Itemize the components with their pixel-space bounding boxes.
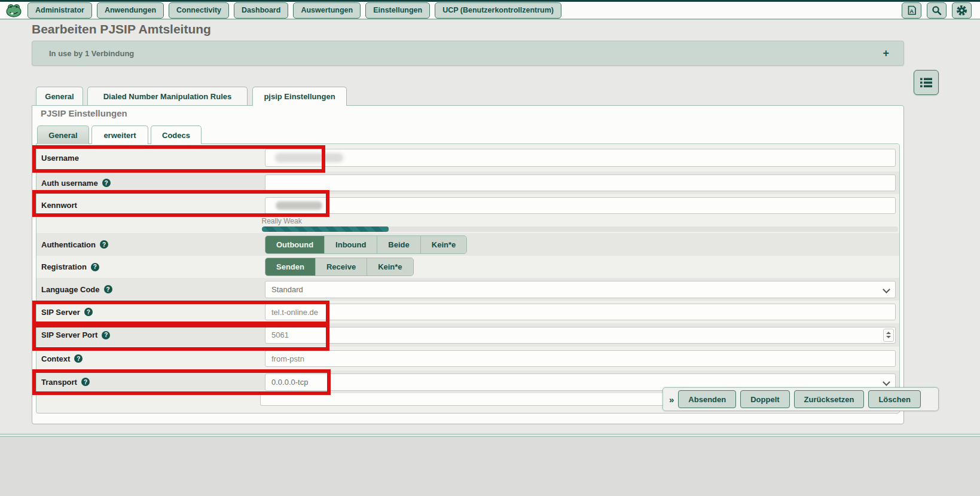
password-strength-fill xyxy=(262,226,389,232)
row-language-code: Language Code ? Standard xyxy=(36,278,899,301)
authentication-label: Authentication xyxy=(41,240,96,249)
menu-ucp[interactable]: UCP (Benutzerkontrollzentrum) xyxy=(435,2,561,19)
section-heading: PJSIP Einstellungen xyxy=(41,108,127,118)
row-password-strength: Really Weak xyxy=(36,216,899,233)
subtab-codecs[interactable]: Codecs xyxy=(151,125,202,144)
freepbx-frog-logo-icon[interactable] xyxy=(6,3,22,17)
auth-username-input[interactable] xyxy=(265,174,896,191)
authentication-option-inbound[interactable]: Inbound xyxy=(325,236,377,253)
navbar-right-icons: A xyxy=(902,2,972,19)
menu-anwendungen[interactable]: Anwendungen xyxy=(97,2,164,19)
kennwort-input[interactable] xyxy=(265,197,896,214)
menu-auswertungen[interactable]: Auswertungen xyxy=(293,2,361,19)
sip-server-label: SIP Server xyxy=(41,308,80,317)
username-redacted-value xyxy=(276,154,343,162)
auth-username-label: Auth username xyxy=(41,179,98,188)
expand-plus-icon[interactable]: + xyxy=(883,47,889,60)
search-button[interactable] xyxy=(927,2,947,19)
registration-option-keine[interactable]: Kein*e xyxy=(367,258,413,275)
tab-general[interactable]: General xyxy=(36,87,83,105)
password-strength-label: Really Weak xyxy=(262,217,898,225)
help-icon[interactable]: ? xyxy=(84,308,93,316)
number-spinner[interactable] xyxy=(883,329,894,342)
language-button[interactable]: A xyxy=(902,2,921,19)
menu-administrator[interactable]: Administrator xyxy=(28,2,92,19)
settings-button[interactable] xyxy=(952,2,972,19)
zuruecksetzen-button[interactable]: Zurücksetzen xyxy=(794,390,865,408)
username-input[interactable] xyxy=(265,149,896,167)
transport-value: 0.0.0.0-tcp xyxy=(271,378,308,387)
search-icon xyxy=(932,5,942,16)
page-title: Bearbeiten PJSIP Amtsleitung xyxy=(32,22,211,36)
registration-option-senden[interactable]: Senden xyxy=(265,258,316,275)
username-label: Username xyxy=(41,154,79,163)
help-icon[interactable]: ? xyxy=(102,331,110,339)
gear-icon xyxy=(956,5,967,16)
tab-pjsip-einstellungen[interactable]: pjsip Einstellungen xyxy=(252,87,347,106)
pjsip-settings-form: Username Auth username ? Kennwort xyxy=(36,143,900,414)
footer: freePBX FreePBX ist ein geschützter Mark… xyxy=(0,437,980,496)
context-label: Context xyxy=(41,354,70,363)
authentication-button-group: Outbound Inbound Beide Kein*e xyxy=(265,235,467,254)
action-bar: » Absenden Doppelt Zurücksetzen Löschen xyxy=(663,387,939,411)
registration-button-group: Senden Receive Kein*e xyxy=(265,258,414,276)
spinner-up-icon xyxy=(886,332,891,334)
help-icon[interactable]: ? xyxy=(102,179,111,187)
help-icon[interactable]: ? xyxy=(74,354,83,363)
context-input[interactable] xyxy=(265,350,896,367)
usage-banner-text: In use by 1 Verbindung xyxy=(49,49,134,58)
row-authentication: Authentication ? Outbound Inbound Beide … xyxy=(36,233,899,256)
row-sip-server: SIP Server ? xyxy=(36,301,899,323)
main-menu: Administrator Anwendungen Connectivity D… xyxy=(28,2,561,19)
row-kennwort: Kennwort xyxy=(36,194,899,216)
row-username: Username xyxy=(36,144,899,172)
menu-connectivity[interactable]: Connectivity xyxy=(169,2,229,19)
tab-dialed-number-manipulation-rules[interactable]: Dialed Number Manipulation Rules xyxy=(87,87,248,105)
subtab-erweitert[interactable]: erweitert xyxy=(91,125,148,144)
collapse-chevron-icon[interactable]: » xyxy=(669,394,674,405)
menu-dashboard[interactable]: Dashboard xyxy=(234,2,288,19)
row-context: Context ? xyxy=(36,347,899,371)
kennwort-label: Kennwort xyxy=(41,201,77,210)
row-registration: Registration ? Senden Receive Kein*e xyxy=(36,256,899,278)
row-sip-server-port: SIP Server Port ? xyxy=(36,323,899,347)
list-icon xyxy=(920,78,932,88)
doppelt-button[interactable]: Doppelt xyxy=(740,390,789,408)
svg-text:A: A xyxy=(909,7,914,14)
sidebar-toggle-button[interactable] xyxy=(914,70,939,95)
registration-label: Registration xyxy=(41,262,87,271)
help-icon[interactable]: ? xyxy=(81,378,90,386)
authentication-option-outbound[interactable]: Outbound xyxy=(265,236,325,253)
usage-banner[interactable]: In use by 1 Verbindung + xyxy=(32,41,904,66)
help-icon[interactable]: ? xyxy=(104,285,112,293)
top-navbar: Administrator Anwendungen Connectivity D… xyxy=(0,0,980,20)
help-icon[interactable]: ? xyxy=(91,263,99,271)
row-auth-username: Auth username ? xyxy=(36,172,899,194)
kennwort-redacted-value xyxy=(276,201,322,210)
sip-server-input[interactable] xyxy=(265,304,896,320)
transport-label: Transport xyxy=(41,378,77,387)
sip-server-port-label: SIP Server Port xyxy=(41,330,97,339)
language-code-select[interactable]: Standard xyxy=(265,281,896,298)
subtab-general[interactable]: General xyxy=(37,125,89,144)
loeschen-button[interactable]: Löschen xyxy=(868,390,920,408)
spinner-down-icon xyxy=(886,336,891,338)
freepbx-admin-screen: Administrator Anwendungen Connectivity D… xyxy=(0,0,980,496)
registration-option-receive[interactable]: Receive xyxy=(316,258,367,275)
password-strength-meter xyxy=(262,226,898,232)
help-icon[interactable]: ? xyxy=(100,240,108,249)
absenden-button[interactable]: Absenden xyxy=(678,390,736,408)
chevron-down-icon xyxy=(883,378,890,386)
authentication-option-beide[interactable]: Beide xyxy=(377,236,420,253)
language-icon: A xyxy=(906,5,917,16)
language-code-value: Standard xyxy=(271,285,303,294)
chevron-down-icon xyxy=(883,286,890,293)
language-code-label: Language Code xyxy=(41,285,100,294)
menu-einstellungen[interactable]: Einstellungen xyxy=(365,2,430,19)
authentication-option-keine[interactable]: Kein*e xyxy=(421,236,466,253)
sip-server-port-input[interactable] xyxy=(265,327,896,344)
